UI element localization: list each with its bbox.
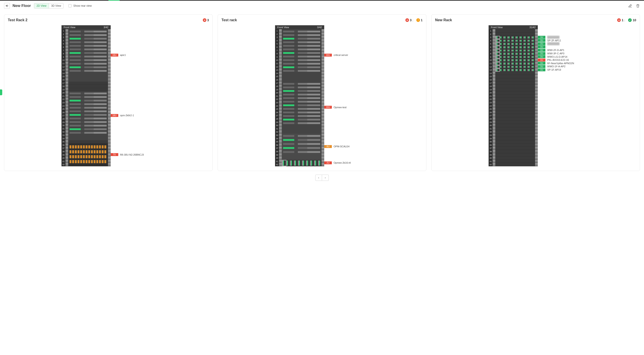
device[interactable] xyxy=(495,56,535,59)
device-name: WWI-2F-D-AP1 xyxy=(547,49,564,52)
device-label[interactable]: 1U xyxy=(538,46,547,48)
rack-card: Test Rack 2✕3Front View3/421234567891011… xyxy=(4,14,213,171)
back-button[interactable] xyxy=(4,3,10,9)
edit-button[interactable] xyxy=(628,4,632,8)
rack-front-view: Front View3/4212345678910111213141516171… xyxy=(62,25,111,166)
warning-icon: ! xyxy=(416,18,420,22)
u-size-tag: 1U xyxy=(538,42,546,45)
device-name: SP-2F-AP11 xyxy=(547,39,561,42)
device[interactable] xyxy=(495,62,535,65)
device-label[interactable]: 1USP-1F-AP19 xyxy=(538,68,561,71)
device[interactable] xyxy=(495,58,535,62)
error-icon: ✕ xyxy=(203,18,206,22)
device[interactable] xyxy=(282,29,322,82)
pager: ‹ › xyxy=(0,174,644,181)
device[interactable] xyxy=(495,68,535,72)
device[interactable] xyxy=(495,39,535,42)
rack-title: Test rack xyxy=(222,18,403,22)
status-badge: ✓10 xyxy=(628,18,636,22)
status-badge: ✕3 xyxy=(203,18,209,22)
device-name: R8-30U-N2-26BNCJ3 xyxy=(120,153,144,156)
device[interactable] xyxy=(282,134,322,160)
device-name: OPM-SCALE4 xyxy=(334,145,350,148)
error-icon: ✕ xyxy=(406,18,409,22)
device[interactable] xyxy=(68,144,108,166)
device-label[interactable]: 1U███████ xyxy=(538,36,560,39)
device-label[interactable]: 1UWWI-3F-C-AP3 xyxy=(538,52,564,55)
u-size-tag: 1U xyxy=(538,58,546,62)
delete-button[interactable] xyxy=(636,4,640,8)
device[interactable] xyxy=(282,160,322,166)
status-badge: ✕1 xyxy=(617,18,624,22)
view-3d-button[interactable]: 3D View xyxy=(49,3,63,8)
device-label[interactable]: 1USP-2F-AP11 xyxy=(538,39,561,42)
device[interactable] xyxy=(495,36,535,39)
u-size-tag: 1U xyxy=(538,55,546,58)
device[interactable] xyxy=(495,42,535,46)
u-size-tag: 16U xyxy=(111,54,118,56)
page-header: New Floor 2D View 3D View Show rear view xyxy=(0,1,644,11)
device-label[interactable]: 16Ucritical server xyxy=(324,54,348,56)
u-size-tag: 2U xyxy=(324,162,332,164)
device-name: PKL-BX310-E22-16 xyxy=(547,58,569,61)
show-rear-toggle[interactable]: Show rear view xyxy=(68,4,92,8)
u-size-tag: 8U xyxy=(324,145,332,148)
device-label[interactable]: 1UWWI-2F-D-AP1 xyxy=(538,49,564,52)
rack-card: Test rack✕3|!1Front View0/42123456789101… xyxy=(218,14,426,171)
error-icon: ✕ xyxy=(617,18,621,22)
checkbox-icon xyxy=(68,4,72,8)
device[interactable] xyxy=(282,82,322,134)
front-view-label: Front View xyxy=(491,26,502,28)
device-label[interactable]: 1UPKL-BX310-E22-16 xyxy=(538,58,569,62)
device-label[interactable]: 1UWWO-LG-D-AP14 xyxy=(538,55,567,58)
device-name: WWO-LG-D-AP14 xyxy=(547,56,567,58)
device[interactable] xyxy=(68,29,108,82)
u-size-tag: 1U xyxy=(538,36,546,39)
device-label[interactable]: 1U███████ xyxy=(538,42,560,45)
show-rear-label: Show rear view xyxy=(73,4,92,8)
u-size-tag: 16U xyxy=(324,106,332,109)
u-size-tag: 1U xyxy=(538,62,546,64)
device-name: opm-2k8r2-1 xyxy=(120,114,134,117)
rack-capacity: 0/42 xyxy=(317,26,322,28)
device-label[interactable]: 1UWWO-1F-A-AP2 xyxy=(538,65,565,68)
device-label[interactable]: 7UR8-30U-N2-26BNCJ3 xyxy=(111,153,144,156)
status-badge: !1 xyxy=(416,18,422,22)
status-count: 1 xyxy=(421,18,422,22)
page-title: New Floor xyxy=(12,4,31,8)
device-label[interactable]: 16Uapic1 xyxy=(111,54,126,56)
device-label[interactable]: 16Uopm-2k8r2-1 xyxy=(111,114,134,117)
pager-next-button[interactable]: › xyxy=(322,174,329,181)
status-count: 3 xyxy=(207,18,209,22)
device-name: SP-1F-AP19 xyxy=(547,68,561,71)
device-label[interactable]: 16UOpmee-test xyxy=(324,106,346,109)
device[interactable] xyxy=(495,65,535,69)
u-size-tag: 1U xyxy=(538,65,546,68)
view-2d-button[interactable]: 2D View xyxy=(34,3,49,8)
device-name: WWI-3F-C-AP3 xyxy=(547,52,564,55)
device[interactable] xyxy=(495,46,535,49)
u-size-tag: 16U xyxy=(111,114,118,117)
device-name: apic1 xyxy=(120,54,126,56)
racks-container: Test Rack 2✕3Front View3/421234567891011… xyxy=(0,11,644,173)
rack-card: New Rack✕1|✓10Front View31/4212345678910… xyxy=(431,14,640,171)
rack-front-view: Front View0/4212345678910111213141516171… xyxy=(275,25,324,166)
rack-title: Test Rack 2 xyxy=(8,18,200,22)
pager-prev-button[interactable]: ‹ xyxy=(315,174,322,181)
side-drawer-handle[interactable] xyxy=(0,90,2,95)
u-size-tag: 1U xyxy=(538,68,546,71)
front-view-label: Front View xyxy=(64,26,75,28)
rack-title: New Rack xyxy=(435,18,615,22)
device-label[interactable]: 8UOPM-SCALE4 xyxy=(324,145,350,148)
device-name: WWO-1F-A-AP2 xyxy=(547,65,565,68)
device-label[interactable]: 2UOpmee-2k16-t4 xyxy=(324,162,350,164)
rack-capacity: 31/42 xyxy=(530,26,536,28)
u-size-tag: 1U xyxy=(538,39,546,42)
device-label[interactable]: 1U6F-NearVpillar-APNO2N xyxy=(538,62,574,64)
device-name: 6F-NearVpillar-APNO2N xyxy=(547,62,574,64)
u-size-tag: 16U xyxy=(324,54,332,56)
device[interactable] xyxy=(495,49,535,52)
status-count: 10 xyxy=(632,18,636,22)
device[interactable] xyxy=(68,91,108,140)
device[interactable] xyxy=(495,52,535,56)
